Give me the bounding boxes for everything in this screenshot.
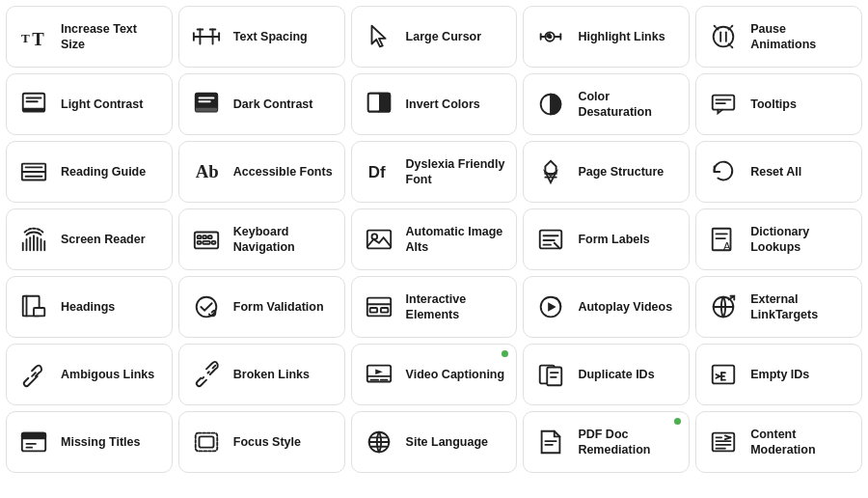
card-pause-animations[interactable]: Pause Animations — [695, 6, 862, 68]
card-autoplay-videos[interactable]: Autoplay Videos — [523, 276, 690, 338]
card-focus-style[interactable]: Focus Style — [178, 411, 345, 473]
card-tooltips[interactable]: Tooltips — [695, 73, 862, 135]
svg-line-83 — [212, 366, 215, 369]
svg-rect-101 — [22, 433, 45, 439]
focus-style-icon — [189, 425, 224, 459]
card-dyslexia-friendly-font[interactable]: Df Dyslexia Friendly Font — [351, 141, 518, 203]
card-label-reset-all: Reset All — [750, 164, 801, 180]
svg-line-82 — [207, 372, 209, 374]
card-reset-all[interactable]: Reset All — [695, 141, 862, 203]
accessible-fonts-icon: Ab — [189, 154, 224, 189]
image-alts-icon — [362, 222, 396, 257]
card-label-headings: Headings — [61, 299, 115, 315]
svg-rect-74 — [369, 308, 377, 313]
card-empty-ids[interactable]: Empty IDs — [695, 344, 862, 405]
card-label-invert-colors: Invert Colors — [406, 97, 480, 112]
ambiguous-links-icon — [16, 357, 51, 392]
card-label-video-captioning: Video Captioning — [406, 367, 505, 382]
card-label-ambiguous-links: Ambigous Links — [61, 367, 154, 382]
svg-rect-18 — [23, 108, 45, 112]
svg-rect-51 — [197, 235, 201, 238]
card-dark-contrast[interactable]: Dark Contrast — [178, 73, 345, 135]
pdf-remediation-icon — [533, 425, 568, 459]
card-screen-reader[interactable]: Screen Reader — [6, 208, 173, 270]
cursor-icon — [362, 19, 396, 54]
card-dictionary-lookups[interactable]: A Dictionary Lookups — [695, 208, 862, 270]
card-invert-colors[interactable]: Invert Colors — [351, 73, 518, 135]
card-label-light-contrast: Light Contrast — [61, 97, 143, 112]
card-label-duplicate-ids: Duplicate IDs — [578, 367, 654, 382]
card-ambiguous-links[interactable]: Ambigous Links — [6, 344, 173, 405]
card-label-large-cursor: Large Cursor — [406, 29, 482, 44]
card-label-accessible-fonts: Accessible Fonts — [233, 164, 333, 180]
svg-line-118 — [725, 437, 731, 439]
interactive-elements-icon — [362, 290, 396, 324]
accessibility-grid: T T Increase Text Size Text Spacing Larg… — [0, 0, 868, 479]
card-video-captioning[interactable]: Video Captioning — [351, 344, 518, 405]
svg-rect-27 — [379, 94, 390, 112]
svg-line-99 — [717, 376, 720, 378]
card-label-pause-animations: Pause Animations — [750, 21, 852, 53]
card-label-focus-style: Focus Style — [233, 434, 301, 450]
page-structure-icon — [533, 154, 568, 189]
card-missing-titles[interactable]: Missing Titles — [6, 411, 173, 473]
card-increase-text-size[interactable]: T T Increase Text Size — [6, 6, 173, 68]
content-moderation-icon — [706, 425, 741, 459]
card-label-site-language: Site Language — [406, 434, 488, 450]
card-label-content-moderation: Content Moderation — [750, 427, 852, 458]
svg-point-58 — [371, 234, 377, 239]
status-badge — [674, 418, 681, 425]
card-reading-guide[interactable]: Reading Guide — [6, 141, 173, 203]
dictionary-lookups-icon: A — [706, 222, 741, 257]
card-headings[interactable]: Headings — [6, 276, 173, 338]
card-content-moderation[interactable]: Content Moderation — [695, 411, 862, 473]
dark-contrast-icon — [189, 87, 224, 122]
video-captioning-icon — [362, 357, 396, 392]
tooltips-icon — [706, 87, 741, 122]
broken-links-icon — [189, 357, 224, 392]
svg-rect-53 — [208, 235, 212, 238]
svg-text:Ab: Ab — [196, 161, 219, 181]
screen-reader-icon — [16, 222, 51, 257]
svg-rect-56 — [211, 241, 215, 244]
duplicate-ids-icon — [533, 357, 568, 392]
card-keyboard-navigation[interactable]: Keyboard Navigation — [178, 208, 345, 270]
card-large-cursor[interactable]: Large Cursor — [351, 6, 518, 68]
reset-all-icon — [706, 154, 741, 189]
card-pdf-doc-remediation[interactable]: PDF Doc Remediation — [523, 411, 690, 473]
svg-rect-55 — [203, 241, 210, 244]
card-broken-links[interactable]: Broken Links — [178, 344, 345, 405]
card-duplicate-ids[interactable]: Duplicate IDs — [523, 344, 690, 405]
card-page-structure[interactable]: Page Structure — [523, 141, 690, 203]
card-interactive-elements[interactable]: Interactive Elements — [351, 276, 518, 338]
svg-rect-22 — [196, 108, 218, 112]
card-label-form-labels: Form Labels — [578, 232, 649, 247]
highlight-links-icon — [533, 19, 568, 54]
text-spacing-icon — [189, 19, 224, 54]
svg-text:A: A — [723, 240, 731, 252]
autoplay-videos-icon — [533, 290, 568, 324]
card-label-reading-guide: Reading Guide — [61, 164, 146, 180]
card-label-autoplay-videos: Autoplay Videos — [578, 299, 672, 315]
svg-text:Df: Df — [367, 163, 385, 181]
dyslexia-font-icon: Df — [362, 154, 396, 189]
card-accessible-fonts[interactable]: Ab Accessible Fonts — [178, 141, 345, 203]
card-light-contrast[interactable]: Light Contrast — [6, 73, 173, 135]
pause-animations-icon — [706, 19, 741, 54]
card-form-validation[interactable]: Form Validation — [178, 276, 345, 338]
card-text-spacing[interactable]: Text Spacing — [178, 6, 345, 68]
card-color-desaturation[interactable]: Color Desaturation — [523, 73, 690, 135]
card-label-form-validation: Form Validation — [233, 299, 324, 315]
card-automatic-image-alts[interactable]: Automatic Image Alts — [351, 208, 518, 270]
card-label-missing-titles: Missing Titles — [61, 434, 140, 450]
svg-rect-57 — [366, 231, 390, 249]
missing-titles-icon — [16, 425, 51, 459]
card-site-language[interactable]: Site Language — [351, 411, 518, 473]
card-external-linktargets[interactable]: External LinkTargets — [695, 276, 862, 338]
form-labels-icon — [533, 222, 568, 257]
svg-point-9 — [549, 36, 552, 39]
svg-marker-40 — [546, 161, 556, 174]
card-highlight-links[interactable]: Highlight Links — [523, 6, 690, 68]
card-label-highlight-links: Highlight Links — [578, 29, 665, 44]
card-form-labels[interactable]: Form Labels — [523, 208, 690, 270]
